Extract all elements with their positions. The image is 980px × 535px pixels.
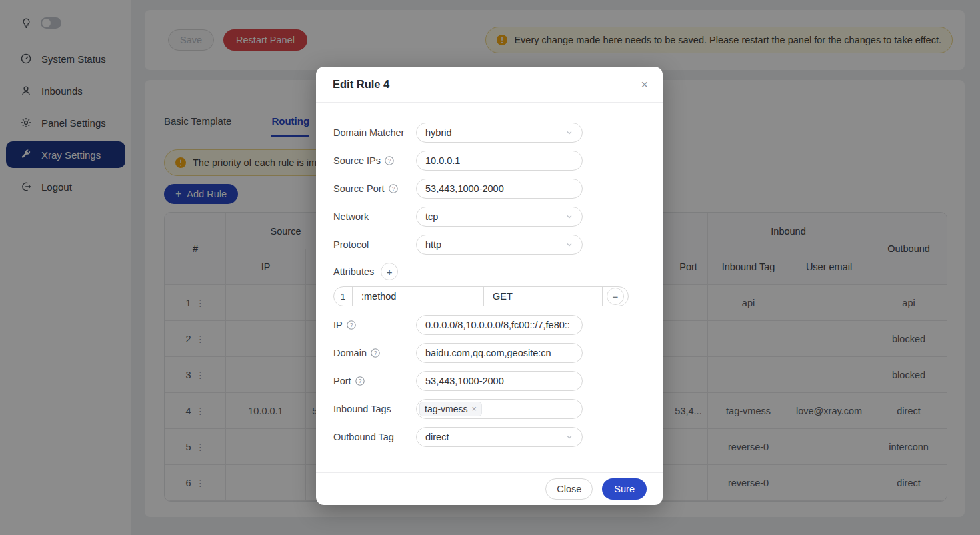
svg-text:?: ? [358, 378, 361, 384]
minus-icon: − [613, 292, 619, 302]
svg-text:?: ? [388, 157, 391, 164]
port-input[interactable]: 53,443,1000-2000 [416, 371, 583, 391]
sure-button[interactable]: Sure [602, 478, 647, 500]
ip-input[interactable]: 0.0.0.0/8,10.0.0.0/8,fc00::/7,fe80:: [416, 315, 583, 335]
remove-attribute-button[interactable]: − [607, 288, 624, 305]
chevron-down-icon [565, 213, 573, 221]
outbound-tag-select[interactable]: direct [416, 427, 583, 447]
field-protocol: Protocol http [333, 235, 647, 255]
field-domain: Domain ? baidu.com,qq.com,geosite:cn [333, 343, 647, 363]
close-icon[interactable]: × [641, 79, 648, 91]
help-icon: ? [371, 348, 380, 358]
field-inbound-tags: Inbound Tags tag-vmess × [333, 399, 647, 419]
domain-matcher-select[interactable]: hybrid [416, 123, 583, 143]
attribute-index: 1 [334, 287, 353, 306]
svg-text:?: ? [349, 322, 353, 328]
help-icon: ? [347, 320, 356, 330]
attribute-value-input[interactable]: GET [484, 287, 603, 306]
network-select[interactable]: tcp [416, 207, 583, 227]
field-network: Network tcp [333, 207, 647, 227]
attribute-row: 1 :method GET − [333, 286, 629, 306]
help-icon: ? [385, 156, 394, 165]
plus-icon: + [387, 267, 393, 277]
remove-tag-icon[interactable]: × [472, 405, 477, 414]
close-button[interactable]: Close [545, 478, 593, 500]
field-port: Port ? 53,443,1000-2000 [333, 371, 647, 391]
inbound-tags-input[interactable]: tag-vmess × [416, 399, 583, 419]
help-icon: ? [389, 184, 398, 193]
chevron-down-icon [565, 129, 573, 137]
modal-body: Domain Matcher hybrid Source IPs ? 10.0.… [316, 103, 663, 472]
field-source-port: Source Port ? 53,443,1000-2000 [333, 179, 647, 199]
field-attributes: Attributes + [333, 263, 647, 280]
add-attribute-button[interactable]: + [381, 263, 398, 280]
source-port-input[interactable]: 53,443,1000-2000 [416, 179, 583, 199]
attribute-key-input[interactable]: :method [353, 287, 484, 306]
source-ips-input[interactable]: 10.0.0.1 [416, 151, 583, 171]
svg-text:?: ? [374, 350, 377, 356]
modal-title: Edit Rule 4 [333, 78, 389, 91]
chevron-down-icon [565, 241, 573, 249]
edit-rule-modal: Edit Rule 4 × Domain Matcher hybrid Sour… [316, 67, 663, 505]
modal-header: Edit Rule 4 × [316, 67, 663, 103]
domain-input[interactable]: baidu.com,qq.com,geosite:cn [416, 343, 583, 363]
field-ip: IP ? 0.0.0.0/8,10.0.0.0/8,fc00::/7,fe80:… [333, 315, 647, 335]
modal-footer: Close Sure [316, 472, 663, 505]
field-outbound-tag: Outbound Tag direct [333, 427, 647, 447]
help-icon: ? [355, 376, 365, 386]
protocol-select[interactable]: http [416, 235, 583, 255]
field-domain-matcher: Domain Matcher hybrid [333, 123, 647, 143]
svg-text:?: ? [391, 185, 395, 192]
field-source-ips: Source IPs ? 10.0.0.1 [333, 151, 647, 171]
tag-chip[interactable]: tag-vmess × [419, 402, 482, 416]
chevron-down-icon [565, 433, 573, 441]
